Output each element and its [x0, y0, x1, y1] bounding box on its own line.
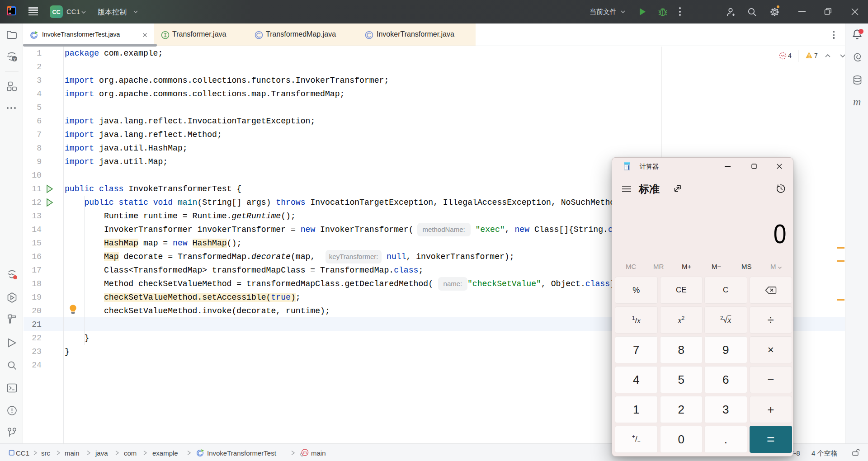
- svg-text:m: m: [303, 450, 307, 455]
- svg-text:?: ?: [13, 57, 16, 61]
